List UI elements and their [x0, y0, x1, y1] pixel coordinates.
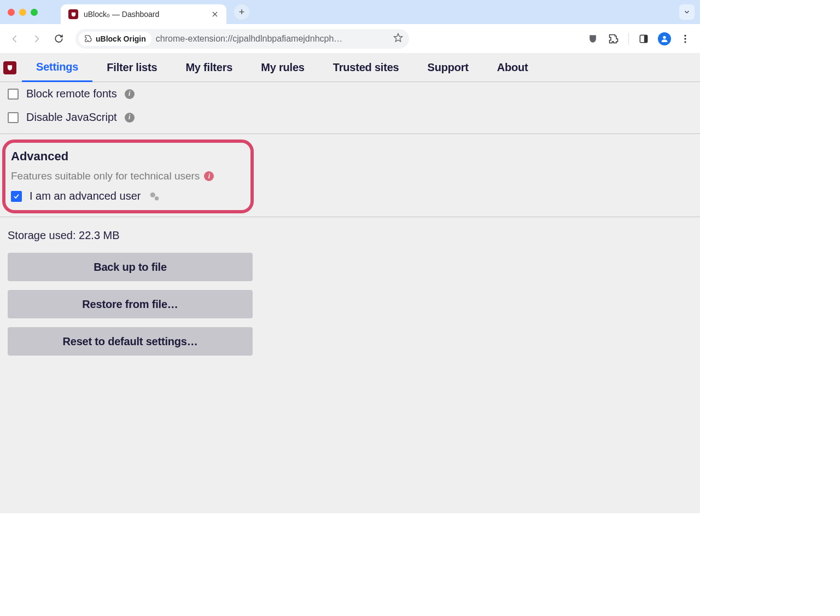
svg-rect-1	[644, 35, 648, 42]
button-stack: Back up to file Restore from file… Reset…	[0, 249, 700, 359]
info-icon[interactable]: i	[125, 113, 135, 123]
tab-title: uBlock₀ — Dashboard	[84, 10, 206, 19]
tab-trusted-sites[interactable]: Trusted sites	[319, 54, 413, 82]
extension-chip-label: uBlock Origin	[96, 34, 146, 43]
tab-settings[interactable]: Settings	[22, 54, 92, 82]
storage-used-label: Storage used: 22.3 MB	[0, 217, 700, 249]
reset-button[interactable]: Reset to default settings…	[8, 327, 253, 356]
setting-disable-javascript: Disable JavaScript i	[0, 106, 700, 129]
reload-button[interactable]	[49, 30, 68, 48]
svg-point-5	[684, 41, 686, 43]
disable-javascript-checkbox[interactable]	[8, 112, 19, 123]
toolbar-separator	[628, 33, 629, 45]
extension-chip[interactable]: uBlock Origin	[79, 32, 151, 46]
kebab-menu-icon[interactable]	[676, 30, 695, 48]
advanced-user-label: I am an advanced user	[30, 190, 141, 202]
tab-my-filters[interactable]: My filters	[171, 54, 247, 82]
advanced-subtitle: Features suitable only for technical use…	[11, 170, 200, 182]
tab-about[interactable]: About	[483, 54, 542, 82]
window-controls	[8, 9, 38, 16]
setting-block-remote-fonts: Block remote fonts i	[0, 82, 700, 106]
restore-button[interactable]: Restore from file…	[8, 290, 253, 318]
omnibox-url: chrome-extension://cjpalhdlnbpafiamejdnh…	[156, 34, 388, 44]
svg-point-4	[684, 38, 686, 39]
new-tab-button[interactable]: +	[234, 4, 249, 20]
block-remote-fonts-label: Block remote fonts	[26, 88, 117, 100]
forward-button[interactable]	[27, 30, 46, 48]
back-button[interactable]	[5, 30, 24, 48]
window-fullscreen-button[interactable]	[31, 9, 38, 16]
ublock-favicon	[68, 9, 78, 19]
svg-point-7	[155, 196, 159, 200]
divider	[0, 133, 700, 134]
omnibox[interactable]: uBlock Origin chrome-extension://cjpalhd…	[75, 29, 409, 49]
bookmark-star-icon[interactable]	[393, 32, 404, 45]
advanced-subtitle-row: Features suitable only for technical use…	[11, 170, 245, 182]
profile-avatar[interactable]	[655, 30, 674, 48]
toolbar-right	[584, 30, 695, 48]
settings-panel: Block remote fonts i Disable JavaScript …	[0, 82, 700, 359]
side-panel-icon[interactable]	[634, 30, 653, 48]
tab-strip: uBlock₀ — Dashboard +	[0, 0, 700, 24]
svg-point-6	[150, 192, 155, 197]
ublock-dashboard: Settings Filter lists My filters My rule…	[0, 54, 700, 513]
browser-tab[interactable]: uBlock₀ — Dashboard	[61, 4, 226, 24]
browser-chrome: uBlock₀ — Dashboard + uBlock Origin chro…	[0, 0, 700, 54]
ublock-extension-icon[interactable]	[584, 30, 602, 48]
block-remote-fonts-checkbox[interactable]	[8, 89, 19, 100]
tab-overflow-button[interactable]	[679, 4, 695, 20]
window-close-button[interactable]	[8, 9, 15, 16]
window-minimize-button[interactable]	[19, 9, 26, 16]
advanced-user-row: I am an advanced user	[11, 190, 245, 202]
tab-close-button[interactable]	[211, 10, 219, 18]
svg-point-2	[663, 36, 666, 38]
browser-toolbar: uBlock Origin chrome-extension://cjpalhd…	[0, 24, 700, 54]
advanced-heading: Advanced	[11, 149, 245, 164]
advanced-user-checkbox[interactable]	[11, 191, 22, 202]
ublock-logo-icon	[3, 61, 16, 74]
info-icon[interactable]: i	[125, 89, 135, 99]
dashboard-tabs: Settings Filter lists My filters My rule…	[0, 54, 700, 82]
gears-icon[interactable]	[148, 190, 160, 202]
info-icon[interactable]: i	[204, 171, 214, 181]
tab-filter-lists[interactable]: Filter lists	[92, 54, 171, 82]
disable-javascript-label: Disable JavaScript	[26, 111, 117, 124]
extensions-icon[interactable]	[604, 30, 623, 48]
backup-button[interactable]: Back up to file	[8, 253, 253, 281]
advanced-section-highlight: Advanced Features suitable only for tech…	[2, 140, 254, 213]
svg-point-3	[684, 34, 686, 36]
tab-support[interactable]: Support	[413, 54, 483, 82]
tab-my-rules[interactable]: My rules	[247, 54, 319, 82]
